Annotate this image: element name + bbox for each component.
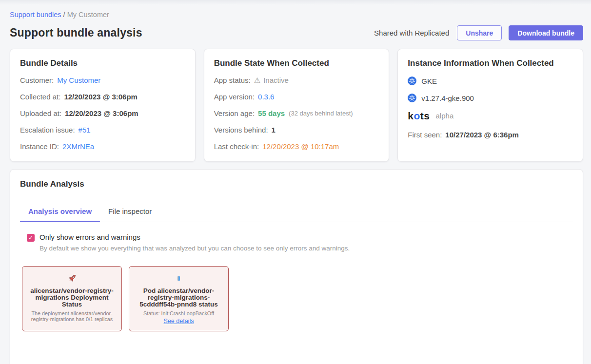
rocket-icon bbox=[67, 273, 78, 284]
customer-link[interactable]: My Customer bbox=[57, 76, 100, 85]
bundle-details-title: Bundle Details bbox=[20, 58, 185, 68]
customer-row: Customer: My Customer bbox=[20, 76, 185, 85]
app-status-row: App status: ⚠ Inactive bbox=[214, 76, 379, 85]
only-errors-checkbox[interactable]: ✓ bbox=[27, 234, 35, 242]
collected-at-value: 12/20/2023 @ 3:06pm bbox=[64, 92, 138, 101]
see-details-link[interactable]: See details bbox=[164, 318, 194, 325]
kots-logo-ts: ts bbox=[420, 110, 430, 121]
customer-label: Customer: bbox=[20, 76, 54, 85]
instance-id-row: Instance ID: 2XMrNEa bbox=[20, 142, 185, 151]
version-age-row: Version age: 55 days (32 days behind lat… bbox=[214, 109, 379, 118]
checkmark-icon: ✓ bbox=[28, 235, 33, 241]
collected-at-label: Collected at: bbox=[20, 92, 60, 101]
header-actions: Shared with Replicated Unshare Download … bbox=[374, 25, 583, 40]
last-checkin-row: Last check-in: 12/20/2023 @ 10:17am bbox=[214, 142, 379, 151]
tab-file-inspector[interactable]: File inspector bbox=[100, 201, 160, 222]
kots-logo-k: k bbox=[408, 110, 414, 121]
warning-icon: ⚠ bbox=[254, 77, 260, 84]
kots-row: kots alpha bbox=[408, 111, 573, 121]
collected-at-row: Collected at: 12/20/2023 @ 3:06pm bbox=[20, 92, 185, 101]
bundle-state-title: Bundle State When Collected bbox=[214, 58, 379, 68]
analysis-tabs: Analysis overview File inspector bbox=[20, 201, 573, 222]
escalation-issue-row: Escalation issue: #51 bbox=[20, 125, 185, 134]
kots-channel: alpha bbox=[436, 112, 454, 120]
tab-analysis-overview[interactable]: Analysis overview bbox=[20, 201, 100, 222]
instance-id-link[interactable]: 2XMrNEa bbox=[62, 142, 94, 151]
breadcrumb: Support bundles/My Customer bbox=[10, 11, 583, 19]
errors-warnings-filter: ✓ Only show errors and warnings By defau… bbox=[27, 232, 573, 252]
shared-status-text: Shared with Replicated bbox=[374, 29, 449, 37]
result-message: Status: Init:CrashLoopBackOff bbox=[134, 310, 223, 316]
pod-icon bbox=[177, 276, 180, 281]
kubernetes-icon bbox=[408, 77, 416, 85]
escalation-issue-label: Escalation issue: bbox=[20, 125, 75, 134]
kubernetes-icon bbox=[408, 94, 416, 102]
bundle-analysis-title: Bundle Analysis bbox=[20, 179, 573, 189]
app-version-label: App version: bbox=[214, 92, 255, 101]
instance-id-label: Instance ID: bbox=[20, 142, 59, 151]
first-seen-row: First seen: 10/27/2023 @ 6:36pm bbox=[408, 130, 573, 139]
version-age-label: Version age: bbox=[214, 109, 255, 118]
escalation-issue-link[interactable]: #51 bbox=[79, 125, 91, 134]
kots-logo-o: o bbox=[414, 110, 420, 121]
result-title: alicenstar/vendor-registry-migrations De… bbox=[27, 287, 117, 308]
page-title: Support bundle analysis bbox=[10, 26, 142, 39]
bundle-details-card: Bundle Details Customer: My Customer Col… bbox=[10, 49, 196, 162]
uploaded-at-label: Uploaded at: bbox=[20, 109, 61, 118]
info-cards-row: Bundle Details Customer: My Customer Col… bbox=[10, 49, 583, 162]
page-header: Support bundle analysis Shared with Repl… bbox=[10, 25, 583, 40]
version-age-value: 55 days bbox=[258, 109, 285, 118]
download-bundle-button[interactable]: Download bundle bbox=[509, 25, 583, 40]
breadcrumb-separator: / bbox=[63, 11, 65, 19]
support-bundle-analysis-page: Support bundles/My Customer Support bund… bbox=[0, 5, 591, 364]
uploaded-at-value: 12/20/2023 @ 3:06pm bbox=[65, 109, 138, 118]
analysis-result-pod-status[interactable]: Pod alicenstar/vendor-registry-migration… bbox=[129, 266, 229, 331]
result-icon-wrap bbox=[27, 272, 117, 284]
kots-logo: kots bbox=[408, 111, 430, 121]
first-seen-value: 10/27/2023 @ 6:36pm bbox=[445, 130, 519, 139]
distribution-row: GKE bbox=[408, 77, 573, 85]
result-title: Pod alicenstar/vendor-registry-migration… bbox=[134, 287, 223, 308]
first-seen-label: First seen: bbox=[408, 130, 442, 139]
k8s-version-row: v1.27.4-gke.900 bbox=[408, 94, 573, 102]
unshare-button[interactable]: Unshare bbox=[457, 25, 502, 40]
instance-info-card: Instance Information When Collected bbox=[397, 49, 583, 162]
top-edge-shadow bbox=[0, 0, 591, 5]
last-checkin-value: 12/20/2023 @ 10:17am bbox=[262, 142, 339, 151]
breadcrumb-support-bundles-link[interactable]: Support bundles bbox=[10, 11, 61, 19]
app-version-row: App version: 0.3.6 bbox=[214, 92, 379, 101]
app-version-link[interactable]: 0.3.6 bbox=[258, 92, 274, 101]
instance-info-title: Instance Information When Collected bbox=[408, 58, 573, 68]
filter-description: By default we show you everything that w… bbox=[39, 245, 350, 252]
filter-label[interactable]: Only show errors and warnings bbox=[39, 232, 350, 242]
last-checkin-label: Last check-in: bbox=[214, 142, 259, 151]
result-message: The deployment alicenstar/vendor-registr… bbox=[27, 310, 117, 322]
distribution-value: GKE bbox=[421, 77, 437, 85]
analysis-results: alicenstar/vendor-registry-migrations De… bbox=[22, 266, 573, 331]
breadcrumb-current: My Customer bbox=[67, 11, 109, 19]
app-status-label: App status: bbox=[214, 76, 251, 85]
analysis-result-deployment[interactable]: alicenstar/vendor-registry-migrations De… bbox=[22, 266, 122, 331]
versions-behind-row: Versions behind: 1 bbox=[214, 125, 379, 134]
k8s-version-value: v1.27.4-gke.900 bbox=[421, 94, 474, 102]
bundle-state-card: Bundle State When Collected App status: … bbox=[204, 49, 390, 162]
filter-text-block: Only show errors and warnings By default… bbox=[39, 232, 350, 252]
app-status-value: Inactive bbox=[263, 76, 289, 85]
uploaded-at-row: Uploaded at: 12/20/2023 @ 3:06pm bbox=[20, 109, 185, 118]
versions-behind-value: 1 bbox=[272, 125, 276, 134]
versions-behind-label: Versions behind: bbox=[214, 125, 268, 134]
bundle-analysis-card: Bundle Analysis Analysis overview File i… bbox=[10, 169, 583, 364]
version-age-note: (32 days behind latest) bbox=[289, 109, 353, 118]
result-icon-wrap bbox=[134, 272, 223, 284]
